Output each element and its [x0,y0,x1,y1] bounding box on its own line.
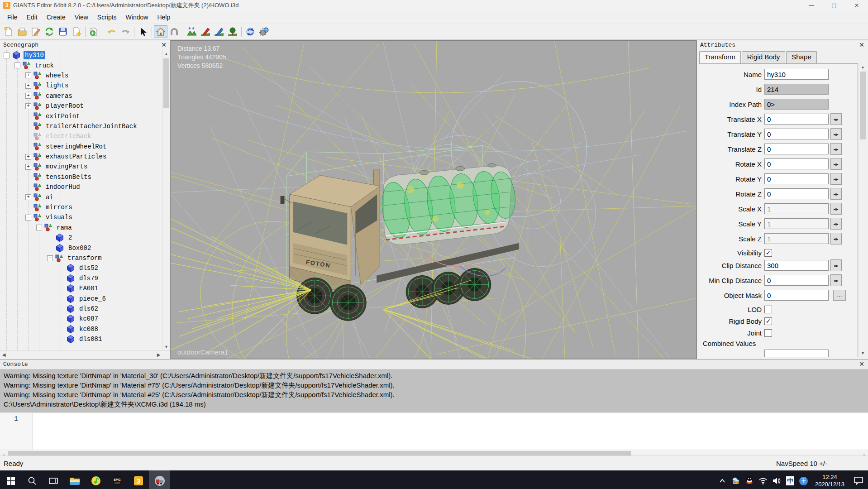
tree-toggle-plus-icon[interactable]: + [25,83,31,89]
tree-item-indoorhud[interactable]: indoorHud [0,182,162,192]
tree-toggle-plus-icon[interactable]: + [25,103,31,109]
script-editor[interactable]: 1 [0,412,868,450]
tray-wifi[interactable] [756,470,770,489]
tree-item-label[interactable]: mirrors [44,203,74,211]
tree-item-playerroot[interactable]: +playerRoot [0,101,162,111]
tree-item-label[interactable]: trailerAttacherJointBack [44,122,138,130]
tree-item-cameras[interactable]: +cameras [0,91,162,101]
tree-item-dls79[interactable]: dls79 [0,273,162,283]
tree-item-mirrors[interactable]: mirrors [0,202,162,212]
clip-distance-input[interactable] [764,260,829,271]
tree-toggle-minus-icon[interactable]: − [47,255,53,261]
tree-item-label[interactable]: dls62 [78,305,100,313]
save-file-button[interactable] [56,25,70,38]
action-center-button[interactable] [849,470,868,489]
tree-item-dls62[interactable]: dls62 [0,304,162,314]
edit-script-button[interactable] [29,25,43,38]
taskbar-app-giants-editor[interactable]: 3 [128,470,149,489]
tree-toggle-minus-icon[interactable]: − [14,62,20,68]
tab-rigid-body[interactable]: Rigid Body [742,51,786,63]
attributes-scrollbar[interactable]: ▲ ▼ [858,63,867,357]
reload-scripts-button[interactable] [243,25,257,38]
menu-item-file[interactable]: File [3,12,22,22]
menu-item-edit[interactable]: Edit [22,12,42,22]
tree-item-label[interactable]: exhaustParticles [44,153,108,161]
camera-home-button[interactable] [154,25,167,38]
rotate-x-spinner[interactable]: ◂▸ [830,158,842,170]
terrain-foliage-button[interactable] [226,25,239,38]
reload-file-button[interactable] [43,25,56,38]
scale-z-spinner[interactable]: ◂▸ [830,233,842,244]
tree-item-ea001[interactable]: EA001 [0,283,162,293]
tray-volume[interactable] [770,470,783,489]
tree-item-truck[interactable]: −truck [0,60,162,70]
scale-x-input[interactable] [764,203,829,214]
taskbar-app-search[interactable] [21,470,43,489]
tree-item-label[interactable]: playerRoot [44,102,85,110]
tree-item-exhaustparticles[interactable]: +exhaustParticles [0,152,162,162]
scale-x-spinner[interactable]: ◂▸ [830,203,842,215]
scale-y-spinner[interactable]: ◂▸ [830,218,842,230]
tree-item-rama[interactable]: −rama [0,223,162,233]
tree-toggle-minus-icon[interactable]: − [36,225,42,230]
scale-z-input[interactable] [764,233,829,244]
tree-toggle-plus-icon[interactable]: + [25,194,31,200]
new-file-button[interactable] [2,25,15,38]
terrain-smooth-button[interactable] [212,25,226,38]
tray-wegame[interactable]: 王 [797,470,811,489]
id-input[interactable] [764,84,829,95]
add-object-button[interactable] [87,25,101,38]
tree-item-kc087[interactable]: kc087 [0,314,162,324]
name-input[interactable] [764,69,829,80]
terrain-sculpt-button[interactable] [185,25,199,38]
tree-toggle-plus-icon[interactable]: + [25,164,31,170]
tray-netdisk[interactable] [729,470,743,489]
scenegraph-vertical-scrollbar[interactable]: ▲ ▼ [162,50,170,351]
tree-toggle-minus-icon[interactable]: − [25,215,31,221]
scroll-down-icon[interactable]: ▼ [859,350,867,357]
open-file-button[interactable] [15,25,29,38]
scroll-left-icon[interactable]: ◀ [0,351,8,359]
tree-item-ai[interactable]: +ai [0,192,162,202]
attributes-close-icon[interactable]: ✕ [859,41,864,48]
scale-y-input[interactable] [764,218,829,229]
tree-item-tensionbelts[interactable]: tensionBelts [0,172,162,182]
maximize-button[interactable]: ▢ [823,0,845,11]
tree-item-label[interactable]: lights [44,82,70,90]
tree-item-label[interactable]: visuals [44,213,74,221]
rotate-x-input[interactable] [764,158,829,169]
translate-z-input[interactable] [764,144,829,154]
start-button[interactable] [0,470,21,489]
tree-item-label[interactable]: dls081 [78,335,103,343]
tree-item-label[interactable]: wheels [44,72,70,80]
tree-toggle-plus-icon[interactable]: + [25,154,31,160]
tree-item-label[interactable]: hy310 [24,51,45,59]
translate-z-spinner[interactable]: ◂▸ [830,143,842,155]
visibility-checkbox[interactable]: ✓ [764,249,772,257]
terrain-paint-button[interactable] [199,25,212,38]
translate-x-input[interactable] [764,114,829,125]
tree-item-label[interactable]: piece_6 [78,295,107,303]
taskbar-app-epic-games[interactable]: EPICGAMES [106,470,128,489]
tree-item-box002[interactable]: Box002 [0,243,162,253]
scroll-right-icon[interactable]: ▶ [155,351,162,359]
tree-item-dls081[interactable]: dls081 [0,334,162,344]
tree-item-label[interactable]: kc087 [78,315,100,323]
menu-item-scripts[interactable]: Scripts [93,12,121,22]
tree-item-label[interactable]: steeringWheelRot [44,143,108,151]
tree-item-exitpoint[interactable]: exitPoint [0,111,162,121]
scenegraph-close-icon[interactable]: ✕ [161,41,167,48]
object-mask-browse-button[interactable]: ... [833,290,846,301]
tree-item-label[interactable]: dls79 [78,274,100,283]
viewport-3d[interactable]: FOTON [171,40,696,359]
close-button[interactable]: ✕ [845,0,868,11]
import-file-button[interactable] [70,25,83,38]
tree-item-visuals[interactable]: −visuals [0,212,162,222]
tree-item-lights[interactable]: +lights [0,81,162,91]
rigid-body-checkbox[interactable]: ✓ [764,317,772,325]
tree-item-label[interactable]: exitPoint [44,112,81,120]
tree-item-trailerattacherjointback[interactable]: trailerAttacherJointBack [0,121,162,131]
joint-checkbox[interactable] [764,329,772,337]
rotate-y-input[interactable] [764,173,829,184]
tree-item-label[interactable]: tensionBelts [44,173,93,181]
